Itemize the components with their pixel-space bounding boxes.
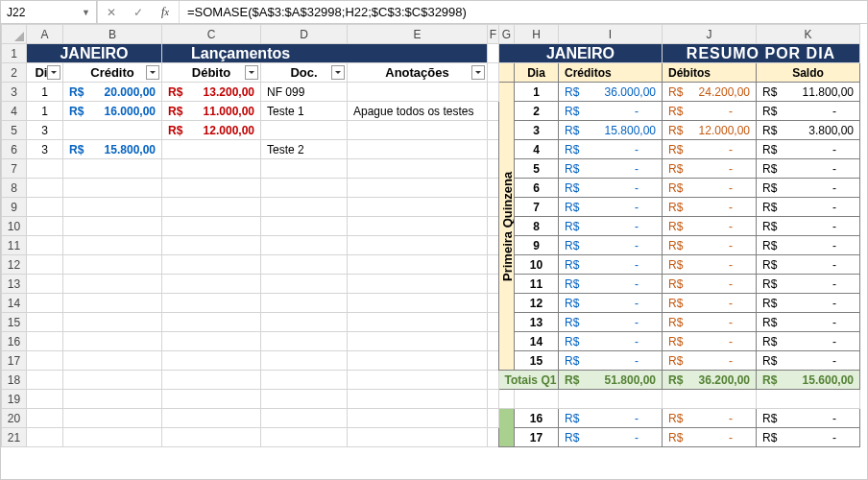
cell[interactable] <box>63 275 162 294</box>
cell[interactable] <box>162 236 261 255</box>
cell[interactable] <box>488 140 499 159</box>
summary-saldo[interactable]: R$- <box>757 102 860 121</box>
summary-saldo[interactable]: R$- <box>757 159 860 179</box>
totals-q1-credit[interactable]: R$51.800,00 <box>559 371 663 390</box>
left-credito[interactable]: R$16.000,00 <box>63 102 162 121</box>
cell[interactable] <box>348 159 488 179</box>
col-header[interactable]: B <box>63 25 162 44</box>
summary-debit[interactable]: R$- <box>663 159 757 179</box>
quinzena-label[interactable]: Primeira Quinzena <box>499 83 515 371</box>
summary-credit[interactable]: R$- <box>559 217 663 236</box>
cell[interactable] <box>261 332 348 351</box>
summary-debit[interactable]: R$- <box>663 313 757 332</box>
quinzena2-label[interactable] <box>499 409 515 447</box>
summary-dia[interactable]: 2 <box>515 102 559 121</box>
cell[interactable] <box>63 332 162 351</box>
summary-credit[interactable]: R$- <box>559 351 663 371</box>
cell[interactable] <box>261 159 348 179</box>
cell[interactable] <box>27 332 63 351</box>
row-header[interactable]: 9 <box>2 198 27 217</box>
summary-dia[interactable]: 3 <box>515 121 559 140</box>
summary-debit[interactable]: R$- <box>663 217 757 236</box>
fx-icon[interactable]: fx <box>152 1 179 23</box>
header-anotacoes[interactable]: Anotações <box>348 63 488 83</box>
cell[interactable] <box>63 294 162 313</box>
summary-saldo[interactable]: R$- <box>757 332 860 351</box>
summary-dia[interactable]: 15 <box>515 351 559 371</box>
left-debito[interactable]: R$12.000,00 <box>162 121 261 140</box>
summary-dia[interactable]: 8 <box>515 217 559 236</box>
col-header[interactable]: A <box>27 25 63 44</box>
summary-dia[interactable]: 16 <box>515 409 559 428</box>
left-anot[interactable] <box>348 121 488 140</box>
row-header[interactable]: 17 <box>2 351 27 371</box>
summary-credit[interactable]: R$- <box>559 332 663 351</box>
summary-saldo[interactable]: R$- <box>757 409 860 428</box>
cell[interactable] <box>261 198 348 217</box>
left-doc[interactable]: NF 099 <box>261 83 348 102</box>
cell[interactable] <box>63 179 162 198</box>
cell[interactable] <box>162 313 261 332</box>
summary-debit[interactable]: R$- <box>663 140 757 159</box>
summary-credit[interactable]: R$- <box>559 428 663 447</box>
cell[interactable] <box>63 390 162 409</box>
summary-dia[interactable]: 4 <box>515 140 559 159</box>
cell[interactable] <box>261 351 348 371</box>
summary-saldo[interactable]: R$- <box>757 294 860 313</box>
summary-debit[interactable]: R$- <box>663 332 757 351</box>
summary-debit[interactable]: R$- <box>663 275 757 294</box>
summary-debit[interactable]: R$- <box>663 351 757 371</box>
cell[interactable] <box>63 371 162 390</box>
col-header[interactable]: H <box>515 25 559 44</box>
summary-corner[interactable] <box>499 63 515 83</box>
cell[interactable] <box>261 294 348 313</box>
cell[interactable] <box>162 217 261 236</box>
cell[interactable] <box>27 428 63 447</box>
totals-q1-saldo[interactable]: R$15.600,00 <box>757 371 860 390</box>
cell[interactable] <box>162 198 261 217</box>
cell[interactable] <box>488 313 499 332</box>
summary-credit[interactable]: R$- <box>559 313 663 332</box>
header-doc[interactable]: Doc. <box>261 63 348 83</box>
cell[interactable] <box>27 390 63 409</box>
cell[interactable] <box>488 121 499 140</box>
cell[interactable] <box>488 159 499 179</box>
summary-credit[interactable]: R$- <box>559 275 663 294</box>
cell[interactable] <box>348 428 488 447</box>
cell[interactable] <box>261 217 348 236</box>
cell[interactable] <box>162 351 261 371</box>
cell[interactable] <box>162 371 261 390</box>
left-dia[interactable]: 1 <box>27 83 63 102</box>
cell[interactable] <box>162 332 261 351</box>
summary-credit[interactable]: R$15.800,00 <box>559 121 663 140</box>
left-dia[interactable]: 3 <box>27 121 63 140</box>
cell[interactable] <box>27 255 63 275</box>
row-header[interactable]: 16 <box>2 332 27 351</box>
left-debito[interactable]: R$13.200,00 <box>162 83 261 102</box>
summary-debit[interactable]: R$- <box>663 102 757 121</box>
left-credito[interactable]: R$15.800,00 <box>63 140 162 159</box>
cell[interactable] <box>162 255 261 275</box>
cell[interactable] <box>63 313 162 332</box>
cell[interactable] <box>488 63 499 83</box>
cell[interactable] <box>261 236 348 255</box>
totals-q1-label[interactable]: Totais Q1 <box>499 371 559 390</box>
col-header[interactable]: J <box>663 25 757 44</box>
left-doc[interactable]: Teste 1 <box>261 102 348 121</box>
spreadsheet-grid[interactable]: A B C D E F G H I J K 1 JANEIRO Lançamen… <box>1 24 860 447</box>
summary-saldo[interactable]: R$- <box>757 255 860 275</box>
left-title-main[interactable]: Lançamentos <box>162 44 488 63</box>
cell[interactable] <box>488 294 499 313</box>
cell[interactable] <box>488 428 499 447</box>
cell[interactable] <box>663 390 757 409</box>
cell[interactable] <box>488 44 499 63</box>
select-all-button[interactable] <box>2 25 27 44</box>
cell[interactable] <box>261 313 348 332</box>
cell[interactable] <box>261 390 348 409</box>
summary-debit[interactable]: R$- <box>663 236 757 255</box>
cell[interactable] <box>488 236 499 255</box>
row-header[interactable]: 20 <box>2 409 27 428</box>
summary-debit[interactable]: R$- <box>663 179 757 198</box>
row-header[interactable]: 12 <box>2 255 27 275</box>
cell[interactable] <box>261 255 348 275</box>
